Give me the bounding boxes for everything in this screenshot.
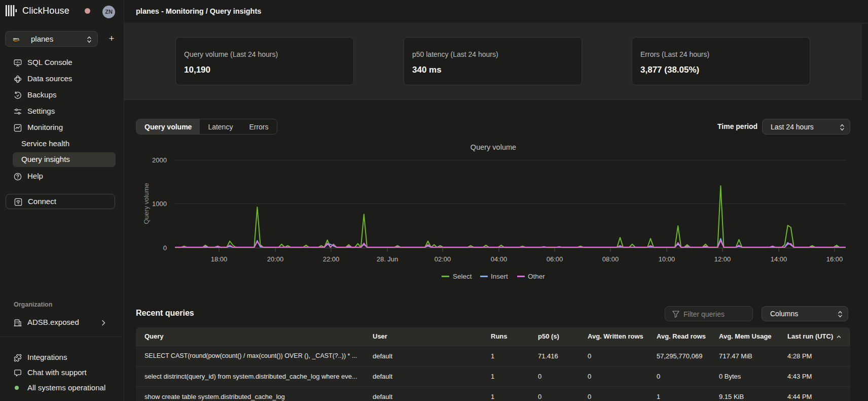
svg-text:1000: 1000 [152,200,167,208]
svg-text:2000: 2000 [152,156,167,164]
svg-text:14:00: 14:00 [771,255,787,263]
svg-text:10:00: 10:00 [659,255,675,263]
svg-text:0: 0 [163,244,167,252]
svg-text:20:00: 20:00 [267,255,284,263]
svg-text:06:00: 06:00 [547,255,563,263]
svg-text:22:00: 22:00 [323,255,340,263]
svg-text:04:00: 04:00 [491,255,508,263]
svg-text:aws: aws [13,37,19,40]
svg-text:Insert: Insert [491,273,508,280]
svg-text:28. Jun: 28. Jun [377,255,399,263]
svg-text:16:00: 16:00 [826,255,843,263]
svg-text:Other: Other [528,273,545,280]
svg-text:12:00: 12:00 [714,255,731,263]
svg-text:Query volume: Query volume [471,143,516,151]
svg-text:08:00: 08:00 [602,255,619,263]
svg-text:Query volume: Query volume [142,183,150,224]
svg-text:Select: Select [453,273,472,280]
svg-text:18:00: 18:00 [211,255,228,263]
svg-text:02:00: 02:00 [435,255,451,263]
